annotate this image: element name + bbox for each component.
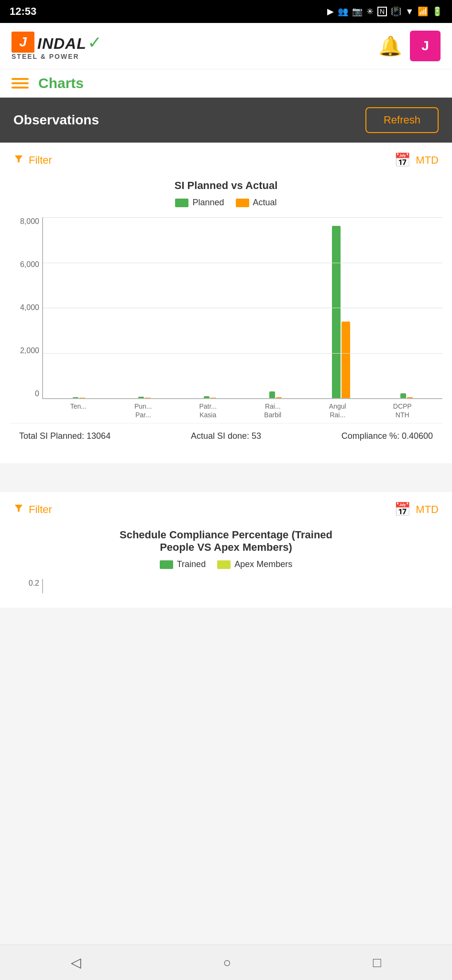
avatar-button[interactable]: J [410,31,441,61]
bar-pun-planned [138,397,144,398]
hamburger-line-2 [11,82,29,84]
chart2-y-partial: 0.2 [10,579,42,588]
stats-actual-done: Actual SI done: 53 [191,431,261,441]
chart1-stats: Total SI Planned: 13064 Actual SI done: … [10,423,442,449]
nfc-icon: N [377,7,387,16]
wifi-icon: ▼ [405,7,414,17]
x-label-ten: Ten... [48,402,109,419]
bar-rai-planned [269,391,275,398]
svg-marker-0 [15,156,23,163]
calendar-icon-2: 📅 [394,501,411,517]
fan-icon: ✳ [366,6,374,17]
legend-actual-color [236,199,249,207]
y-axis-1: 8,000 6,000 4,000 2,000 0 [10,217,42,399]
chart1-legend: Planned Actual [10,198,442,208]
x-labels-1: Ten... Pun...Par... Patr...Kasia Rai...B… [43,402,438,419]
hamburger-menu[interactable] [11,78,29,89]
chart2-plot-partial [42,579,442,593]
observations-header: Observations Refresh [0,98,452,143]
bar-ten-actual [79,398,85,398]
chart1-title: SI Planned vs Actual [10,179,442,192]
filter-label-1: Filter [29,154,52,167]
vibrate-icon: 📳 [391,6,401,17]
bar-patr-actual [210,398,216,398]
bottom-nav: ◁ ○ □ [0,945,452,980]
legend-planned: Planned [175,198,224,208]
bar-dcpp-actual [407,397,413,398]
filter-row-1: Filter 📅 MTD [0,143,452,172]
logo-checkmark-icon: ✓ [88,33,102,53]
grid-line-2 [43,308,442,308]
mtd-label-1: MTD [416,154,439,167]
x-label-pun: Pun...Par... [113,402,174,419]
bar-chart-1: 8,000 6,000 4,000 2,000 0 [10,217,442,419]
filter-icon-2 [13,502,24,517]
filter-button-1[interactable]: Filter [13,153,52,167]
bar-patr-planned [204,396,209,398]
app-header: J INDAL ✓ STEEL & POWER 🔔 J [0,23,452,69]
stats-compliance: Compliance %: 0.40600 [342,431,433,441]
chart2-title: Schedule Compliance Percentage (TrainedP… [10,529,442,554]
filter-row-2: Filter 📅 MTD [0,492,452,521]
back-button[interactable]: ◁ [59,952,93,973]
bar-pun-actual [145,398,151,398]
notification-bell-icon[interactable]: 🔔 [378,35,402,57]
legend-actual: Actual [236,198,277,208]
chart2-partial: 0.2 [10,579,442,593]
x-label-rai: Rai...Barbil [243,402,304,419]
home-button[interactable]: ○ [212,952,243,973]
y-label-6000: 6,000 [10,260,42,269]
page-title: Charts [38,75,84,91]
filter-label-2: Filter [29,503,52,516]
chart2-section: Schedule Compliance Percentage (TrainedP… [0,521,452,608]
stats-total-planned: Total SI Planned: 13064 [19,431,110,441]
x-label-angul: AngulRai... [307,402,368,419]
mtd-button-1[interactable]: 📅 MTD [394,152,439,168]
y-label-0: 0 [10,390,42,398]
grid-line-1 [43,263,442,263]
observations-title: Observations [13,112,99,128]
logo: J INDAL ✓ STEEL & POWER [11,32,102,60]
legend-apex-color [217,560,231,569]
legend-planned-color [175,199,188,207]
signal-icon: 📶 [418,6,428,17]
chart2-container: Filter 📅 MTD Schedule Compliance Percent… [0,492,452,608]
legend-trained-label: Trained [177,559,206,569]
header-right: 🔔 J [378,31,441,61]
legend-trained-color [160,560,173,569]
legend-apex-label: Apex Members [234,559,292,569]
status-icons: ▶ 👥 📷 ✳ N 📳 ▼ 📶 🔋 [327,6,442,17]
status-bar: 12:53 ▶ 👥 📷 ✳ N 📳 ▼ 📶 🔋 [0,0,452,23]
svg-marker-1 [15,505,23,512]
calendar-icon-1: 📅 [394,152,411,168]
y-label-8000: 8,000 [10,217,42,226]
legend-trained: Trained [160,559,206,569]
grid-line-3 [43,353,442,354]
status-time: 12:53 [10,5,36,18]
battery-icon: 🔋 [432,6,442,17]
logo-subtitle: STEEL & POWER [11,53,102,60]
bar-dcpp-planned [400,393,406,398]
x-label-dcpp: DCPPNTH [372,402,433,419]
mtd-button-2[interactable]: 📅 MTD [394,501,439,517]
mtd-label-2: MTD [416,503,439,516]
filter-icon-1 [13,153,24,167]
filter-button-2[interactable]: Filter [13,502,52,517]
bar-angul-actual [342,322,350,398]
content-area: Observations Refresh Filter 📅 MTD SI Pla… [0,98,452,608]
hamburger-line-3 [11,87,29,89]
refresh-button[interactable]: Refresh [365,107,439,133]
bar-rai-actual [276,397,282,398]
chart2-legend: Trained Apex Members [10,559,442,569]
bar-ten-planned [73,397,78,398]
legend-apex: Apex Members [217,559,292,569]
camera-icon: 📷 [352,6,363,17]
logo-text: INDAL [37,35,87,53]
recent-button[interactable]: □ [362,952,393,973]
grid-line-top [43,217,442,218]
legend-actual-label: Actual [253,198,277,208]
hamburger-line-1 [11,78,29,80]
x-label-patr: Patr...Kasia [177,402,239,419]
chart1-section: SI Planned vs Actual Planned Actual 8,00… [0,172,452,463]
legend-planned-label: Planned [192,198,224,208]
